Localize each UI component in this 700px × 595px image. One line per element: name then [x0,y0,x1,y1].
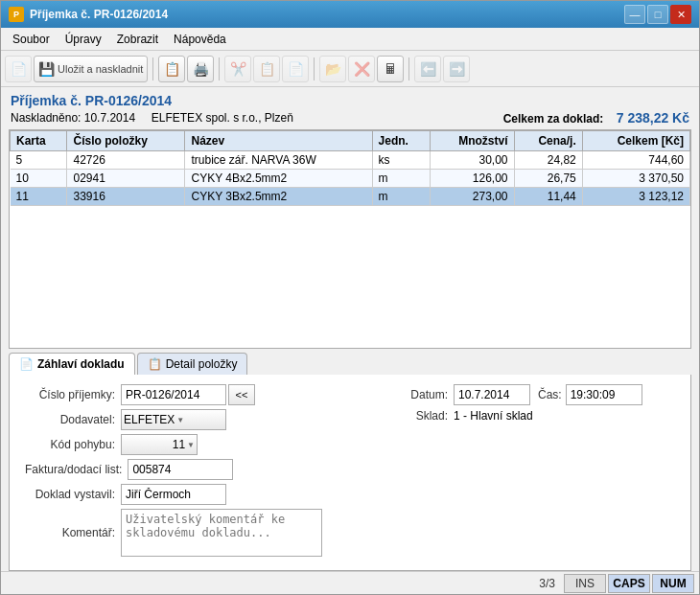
doc-subtitle: Naskladněno: 10.7.2014 ELFETEX spol. s r… [11,110,689,126]
col-nazev: Název [185,131,372,151]
cell-nazev: CYKY 3Bx2.5mm2 [185,188,372,206]
menu-bar: Soubor Úpravy Zobrazit Nápověda [1,28,699,51]
title-bar-left: P Příjemka č. PR-0126/2014 [9,7,168,22]
toolbar-print-btn[interactable]: 🖨️ [187,56,214,82]
dodavatel-value: ELFETEX [124,413,175,426]
menu-napoveda[interactable]: Nápověda [166,31,234,48]
faktura-label: Faktura/dodací list: [25,463,128,476]
cell-cislo: 42726 [67,151,185,170]
toolbar-new-btn[interactable]: 📄 [5,56,32,82]
toolbar-open-btn[interactable]: 📂 [319,56,346,82]
col-cena: Cena/j. [514,131,582,151]
items-table-container: Karta Číslo položky Název Jedn. Množství… [9,129,691,349]
toolbar-copy-btn[interactable]: 📋 [158,56,185,82]
dodavatel-label: Dodavatel: [25,413,121,426]
status-page: 3/3 [531,577,563,590]
menu-zobrazit[interactable]: Zobrazit [109,31,166,48]
doc-total-label: Celkem za doklad: [503,112,604,126]
copy-icon: 📋 [164,61,180,77]
form-row-faktura: Faktura/dodací list: [25,459,342,480]
datum-label: Datum: [358,388,454,401]
komentar-label: Komentář: [25,526,121,539]
form-row-doklad: Doklad vystavil: [25,484,342,505]
doc-total-group: Celkem za doklad: 7 238,22 Kč [503,110,689,126]
kod-value: 11 [124,438,185,451]
menu-soubor[interactable]: Soubor [5,31,58,48]
nav-prev-btn[interactable]: << [228,384,255,405]
tab-detail-label: Detail položky [166,357,238,371]
cell-celkem: 3 123,12 [582,188,689,206]
status-bar: 3/3 INS CAPS NUM [1,571,699,594]
doc2-icon: 📄 [288,61,304,77]
menu-upravy[interactable]: Úpravy [58,31,109,48]
print-icon: 🖨️ [193,61,209,77]
toolbar-next-btn[interactable]: ➡️ [443,56,470,82]
toolbar-sep-4 [408,57,409,80]
toolbar-sep-2 [219,57,220,80]
form-row-cislo: Číslo příjemky: << [25,384,342,405]
cislo-label: Číslo příjemky: [25,388,121,401]
cas-input[interactable] [566,384,642,405]
doklad-input[interactable] [121,484,226,505]
form-grid: Číslo příjemky: << Dodavatel: ELFETEX ▼ … [17,382,683,562]
open-icon: 📂 [325,61,341,77]
toolbar-cut-btn[interactable]: ✂️ [224,56,251,82]
cell-cena: 11,44 [514,188,582,206]
cell-karta: 5 [11,151,67,170]
table-row[interactable]: 5 42726 trubice zář. NARVA 36W ks 30,00 … [11,151,690,170]
toolbar-delete-btn[interactable]: ❌ [348,56,375,82]
col-celkem: Celkem [Kč] [582,131,689,151]
col-jedn: Jedn. [372,131,430,151]
save-icon: 💾 [38,61,55,77]
cell-cena: 24,82 [514,151,582,170]
col-karta: Karta [11,131,67,151]
form-row-komentar: Komentář: [25,509,342,557]
tab-zahlavi-label: Záhlaví dokladu [37,357,125,371]
doc-header: Příjemka č. PR-0126/2014 Naskladněno: 10… [1,87,699,129]
kod-select[interactable]: 11 ▼ [121,434,198,455]
table-row[interactable]: 11 33916 CYKY 3Bx2.5mm2 m 273,00 11,44 3… [11,188,690,206]
cell-mnozstvi: 30,00 [430,151,514,170]
sklad-label: Sklad: [358,409,454,423]
doc-total-value: 7 238,22 Kč [617,110,689,126]
window-title: Příjemka č. PR-0126/2014 [30,8,168,21]
cell-mnozstvi: 273,00 [430,188,514,206]
komentar-textarea[interactable] [121,509,322,557]
next-icon: ➡️ [449,61,465,77]
cell-celkem: 3 370,50 [582,170,689,188]
toolbar-doc2-btn[interactable]: 📄 [282,56,309,82]
cell-celkem: 744,60 [582,151,689,170]
toolbar-paste-btn[interactable]: 📋 [253,56,280,82]
cell-cislo: 33916 [67,188,185,206]
title-bar: P Příjemka č. PR-0126/2014 — □ ✕ [1,1,699,28]
cas-label: Čas: [538,388,562,401]
cell-jedn: m [372,170,430,188]
close-button[interactable]: ✕ [670,5,691,24]
paste-icon: 📋 [259,61,275,77]
doc-meta: Naskladněno: 10.7.2014 ELFETEX spol. s r… [11,111,293,125]
tab-zahlavi[interactable]: 📄 Záhlaví dokladu [9,353,135,375]
toolbar-prev-btn[interactable]: ⬅️ [414,56,441,82]
minimize-button[interactable]: — [624,5,645,24]
faktura-input[interactable] [128,459,233,480]
main-window: P Příjemka č. PR-0126/2014 — □ ✕ Soubor … [0,0,700,595]
cell-nazev: trubice zář. NARVA 36W [185,151,372,170]
toolbar-save-btn[interactable]: 💾 Uložit a naskladnit [34,56,148,82]
delete-icon: ❌ [354,61,370,77]
dodavatel-arrow: ▼ [176,416,184,424]
dodavatel-select[interactable]: ELFETEX ▼ [121,409,226,430]
doc-date: Naskladněno: 10.7.2014 [11,111,135,125]
tab-detail[interactable]: 📋 Detail položky [137,353,248,375]
calc-icon: 🖩 [384,61,397,77]
maximize-button[interactable]: □ [647,5,668,24]
form-section: Číslo příjemky: << Dodavatel: ELFETEX ▼ … [9,375,691,571]
prev-icon: ⬅️ [420,61,436,77]
content-area: Příjemka č. PR-0126/2014 Naskladněno: 10… [1,87,699,594]
cislo-input[interactable] [121,384,226,405]
toolbar-calc-btn[interactable]: 🖩 [377,56,404,82]
doklad-label: Doklad vystavil: [25,488,121,501]
table-row[interactable]: 10 02941 CYKY 4Bx2.5mm2 m 126,00 26,75 3… [11,170,690,188]
status-caps: CAPS [608,574,650,593]
detail-icon: 📋 [148,357,162,371]
datum-input[interactable] [454,384,530,405]
